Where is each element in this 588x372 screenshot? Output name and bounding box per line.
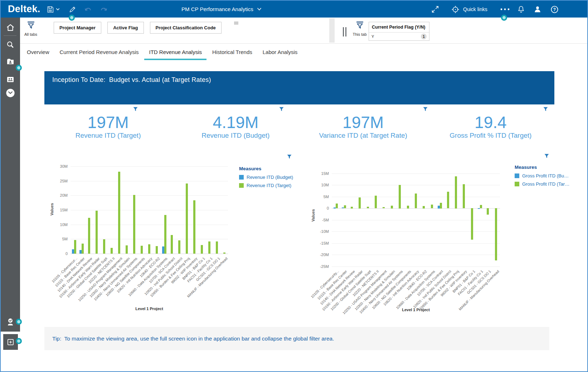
tip-text: Tip: To maximize the viewing area, use t… xyxy=(52,336,334,342)
bar[interactable] xyxy=(164,215,166,254)
bar[interactable] xyxy=(126,245,128,254)
bar[interactable] xyxy=(383,207,385,208)
walkthrough-hotspot[interactable] xyxy=(501,15,507,21)
chart-filter-funnel-icon[interactable] xyxy=(287,155,292,159)
bar[interactable] xyxy=(133,195,135,254)
tab-itd-revenue-analysis[interactable]: ITD Revenue Analysis xyxy=(149,44,202,60)
bar[interactable] xyxy=(118,172,120,254)
bar[interactable] xyxy=(399,185,401,209)
contacts-folder-icon[interactable] xyxy=(1,73,20,85)
kpi-value: 19.4 xyxy=(427,114,554,131)
bar[interactable] xyxy=(186,183,188,254)
search-icon[interactable] xyxy=(1,39,20,51)
bar[interactable] xyxy=(344,205,346,208)
bar[interactable] xyxy=(478,208,480,209)
bar[interactable] xyxy=(74,240,76,254)
bar[interactable] xyxy=(216,241,218,254)
kpi-filter-funnel-icon[interactable] xyxy=(279,107,284,111)
all-tabs-filter[interactable]: All tabs xyxy=(22,21,39,36)
bar[interactable] xyxy=(471,208,473,240)
global-filter-button-project-classification-code[interactable]: Project Classification Code xyxy=(150,22,222,34)
bar[interactable] xyxy=(336,204,338,208)
bar[interactable] xyxy=(96,211,98,254)
bar[interactable] xyxy=(88,218,90,254)
bar[interactable] xyxy=(375,196,377,208)
fullscreen-icon[interactable] xyxy=(431,5,439,14)
bar[interactable] xyxy=(447,192,449,208)
quick-links-icon[interactable] xyxy=(451,5,460,14)
panel-resize-handle[interactable] xyxy=(343,27,347,36)
bar[interactable] xyxy=(82,244,84,254)
more-options-icon[interactable] xyxy=(500,5,510,14)
y-axis-tick: 0 xyxy=(52,251,68,256)
bar[interactable] xyxy=(111,248,113,254)
dashboard-title[interactable]: PM CP Performance Analytics xyxy=(181,1,262,18)
history-clock-icon[interactable] xyxy=(1,87,20,99)
sidebar-divider xyxy=(4,35,16,36)
gridline xyxy=(332,208,500,209)
kpi-label: Gross Profit % ITD (Target) xyxy=(427,132,554,140)
all-tabs-label: All tabs xyxy=(22,32,39,36)
bar[interactable] xyxy=(223,253,225,254)
bar[interactable] xyxy=(463,184,465,208)
current-period-flag-filter[interactable]: Current Period Flag (Y/N) Y 1 xyxy=(369,22,429,41)
bar[interactable] xyxy=(148,244,150,254)
y-axis-tick: 30M xyxy=(52,164,68,168)
bar[interactable] xyxy=(487,208,489,215)
kpi-label: Revenue ITD (Target) xyxy=(44,132,172,140)
user-profile-icon[interactable] xyxy=(533,5,542,14)
y-axis-title: Values xyxy=(50,191,54,227)
walkthrough-hotspot[interactable] xyxy=(16,319,22,325)
bar[interactable] xyxy=(415,194,417,208)
bar[interactable] xyxy=(103,239,105,254)
legend-item[interactable]: Gross Profit ITD (Tar… xyxy=(515,181,569,187)
home-icon[interactable] xyxy=(1,21,20,34)
bar[interactable] xyxy=(178,240,180,254)
save-icon[interactable] xyxy=(46,5,54,14)
bar[interactable] xyxy=(391,206,393,209)
bar[interactable] xyxy=(171,235,173,254)
bar[interactable] xyxy=(423,206,425,209)
this-tab-filter[interactable]: This tab xyxy=(349,21,370,36)
legend-item[interactable]: Revenue ITD (Budget) xyxy=(239,175,293,180)
deltek-logo: Deltek. xyxy=(8,4,40,15)
tab-historical-trends[interactable]: Historical Trends xyxy=(212,44,252,60)
x-axis-title: Level 1 Project xyxy=(71,307,228,311)
walkthrough-hotspot[interactable] xyxy=(69,15,75,21)
bar[interactable] xyxy=(480,205,482,208)
global-filter-button-project-manager[interactable]: Project Manager xyxy=(54,22,101,34)
walkthrough-hotspot[interactable] xyxy=(16,65,22,71)
bar[interactable] xyxy=(141,246,143,254)
bar[interactable] xyxy=(208,241,210,254)
bar[interactable] xyxy=(201,245,203,254)
kpi-filter-funnel-icon[interactable] xyxy=(133,107,138,111)
bar[interactable] xyxy=(407,206,409,209)
tab-labor-analysis[interactable]: Labor Analysis xyxy=(263,44,298,60)
charts-row: 05M10M15M20M25M30M10105 - Cybersecur...1… xyxy=(44,149,554,327)
current-period-flag-count: 1 xyxy=(421,34,427,39)
bar[interactable] xyxy=(367,207,369,208)
kpi-filter-funnel-icon[interactable] xyxy=(543,107,548,111)
tab-overview[interactable]: Overview xyxy=(27,44,49,60)
legend-item[interactable]: Revenue ITD (Target) xyxy=(239,183,293,188)
bar[interactable] xyxy=(495,208,497,260)
bar[interactable] xyxy=(431,205,433,208)
walkthrough-hotspot[interactable] xyxy=(16,338,22,344)
global-filter-button-active-flag[interactable]: Active Flag xyxy=(107,22,144,34)
edit-pencil-icon[interactable] xyxy=(68,5,77,14)
notifications-bell-icon[interactable] xyxy=(517,5,525,14)
tab-current-period-revenue-analysis[interactable]: Current Period Revenue Analysis xyxy=(60,44,139,60)
bar[interactable] xyxy=(455,176,457,209)
chart-filter-funnel-icon[interactable] xyxy=(544,154,549,158)
bar[interactable] xyxy=(193,200,195,254)
save-chevron-icon[interactable] xyxy=(55,5,60,14)
help-icon[interactable]: ? xyxy=(550,5,559,14)
bar[interactable] xyxy=(351,207,353,209)
bar[interactable] xyxy=(359,197,361,209)
legend-item[interactable]: Gross Profit ITD (Bu… xyxy=(515,173,569,178)
bar[interactable] xyxy=(440,203,442,209)
scrollbar-thumb[interactable] xyxy=(234,21,238,25)
bar[interactable] xyxy=(156,246,158,254)
quick-links-label[interactable]: Quick links xyxy=(463,1,487,18)
gross-profit-chart-panel: 15M10M5M0-5M-10M-15M-20M-25M10105 - Cybe… xyxy=(300,149,554,327)
